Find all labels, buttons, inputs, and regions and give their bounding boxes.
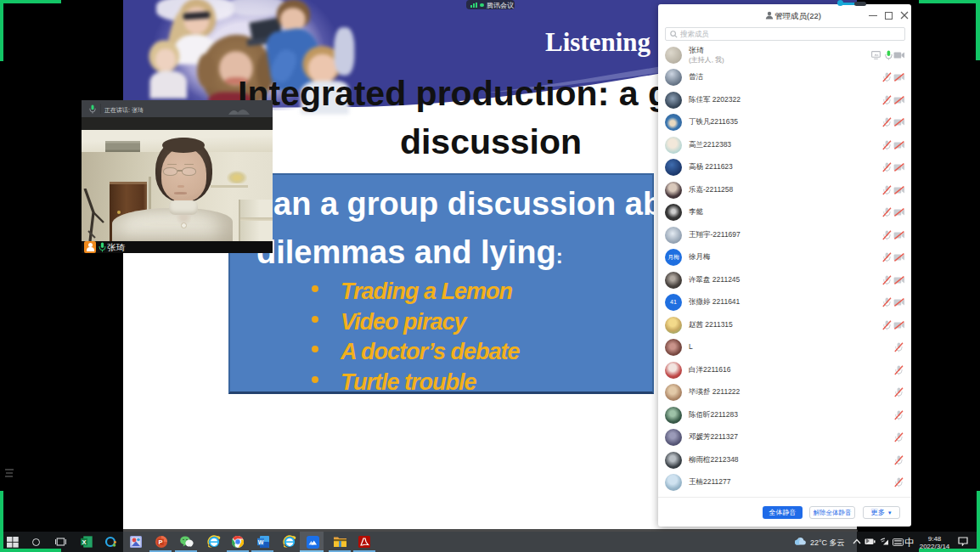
svg-text:P: P (158, 538, 162, 546)
svg-text:X: X (82, 538, 86, 546)
svg-text:W: W (257, 539, 263, 545)
